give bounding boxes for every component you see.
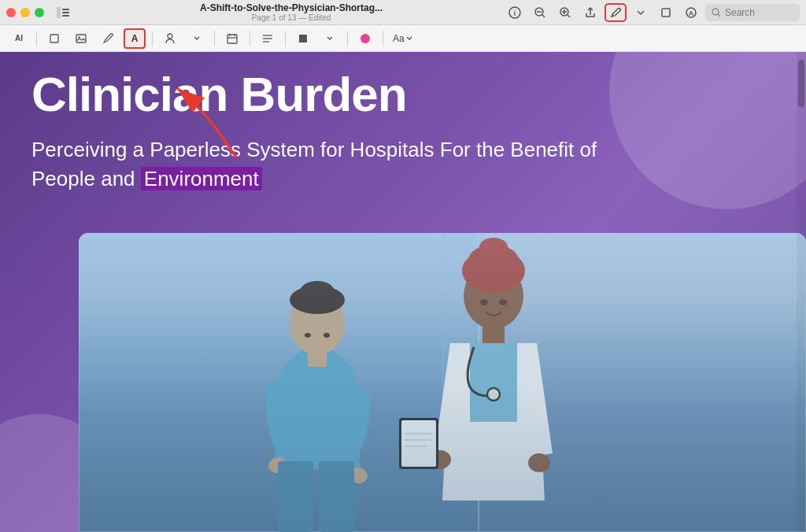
svg-text:A: A [689,9,694,17]
photo-area [79,233,806,532]
svg-line-18 [718,14,720,17]
sub-heading: Perceiving a Paperless System for Hospit… [31,135,598,193]
main-content: Clinician Burden Perceiving a Paperless … [0,52,806,532]
zoom-in-button[interactable] [554,3,576,22]
share-button[interactable] [579,3,601,22]
shape-chevron-button[interactable] [319,28,341,49]
close-button[interactable] [6,8,16,17]
separator-4 [250,31,250,46]
font-size-dropdown[interactable]: Aa [390,31,416,46]
separator-3 [214,31,215,46]
image-tool-button[interactable] [70,28,92,49]
svg-rect-14 [662,9,670,17]
annotate-chevron-button[interactable] [630,3,652,22]
svg-rect-2 [62,12,69,13]
separator-5 [285,31,286,46]
search-input[interactable] [725,7,788,18]
document-title-section: A-Shift-to-Solve-the-Physician-Shortag..… [79,2,504,22]
svg-point-21 [78,36,79,38]
separator-1 [36,31,37,46]
title-bar: A-Shift-to-Solve-the-Physician-Shortag..… [0,0,806,25]
svg-rect-20 [76,35,86,42]
font-size-chevron-icon [406,36,412,40]
photo-overlay [79,233,806,532]
traffic-lights [6,8,44,17]
svg-line-8 [542,15,545,17]
person-tool-button[interactable] [159,28,181,49]
page-content-area: Clinician Burden Perceiving a Paperless … [0,52,806,224]
search-icon [712,8,721,17]
sub-heading-text: Perceiving a Paperless System for Hospit… [31,138,597,190]
svg-rect-0 [57,7,61,18]
sidebar-toggle-button[interactable] [52,2,74,23]
ai-tool-button[interactable]: AI [8,28,30,49]
separator-6 [347,31,348,46]
maximize-button[interactable] [35,8,44,17]
crop-tool-button[interactable] [43,28,65,49]
minimize-button[interactable] [20,8,30,17]
annotate-button[interactable] [604,3,627,22]
airdrop-button[interactable]: A [680,3,702,22]
svg-rect-30 [299,35,307,42]
separator-2 [152,31,153,46]
hospital-photo [79,233,806,532]
svg-point-22 [168,34,172,39]
separator-7 [383,31,383,46]
info-button[interactable]: i [504,3,526,22]
calendar-tool-button[interactable] [221,28,243,49]
scrollbar-thumb[interactable] [798,60,804,107]
document-subtitle: Page 1 of 13 — Edited [252,13,331,22]
svg-line-12 [568,15,570,17]
color-tool-button[interactable] [354,28,376,49]
svg-rect-23 [227,35,237,43]
svg-point-17 [712,9,719,15]
pencil-tool-button[interactable] [97,28,119,49]
svg-rect-3 [62,15,69,17]
svg-rect-19 [50,35,58,42]
shape-tool-button[interactable] [292,28,314,49]
align-tool-button[interactable] [257,28,279,49]
text-selection-tool-button[interactable]: A [124,28,146,49]
person-chevron-button[interactable] [186,28,208,49]
svg-text:i: i [514,9,516,17]
scrollbar[interactable] [797,52,806,532]
zoom-out-button[interactable] [529,3,551,22]
svg-point-31 [360,34,370,43]
toolbar2: AI A Aa [0,25,806,52]
document-title: A-Shift-to-Solve-the-Physician-Shortag..… [200,2,383,13]
search-bar[interactable] [705,4,800,21]
svg-rect-1 [62,9,69,10]
main-heading: Clinician Burden [31,68,775,121]
highlighted-word: Environment [141,167,262,190]
toolbar-icons: i A [504,3,800,22]
font-size-label: Aa [393,33,405,44]
fullscreen-button[interactable] [655,3,677,22]
